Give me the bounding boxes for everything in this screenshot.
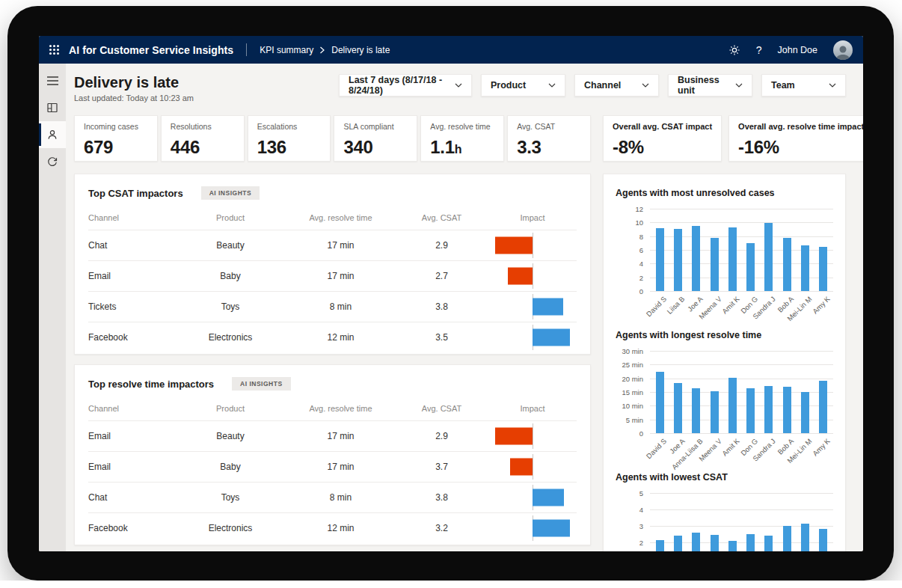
user-name[interactable]: John Doe bbox=[777, 45, 817, 55]
filter-bar: Last 7 days (8/17/18 - 8/24/18) Product … bbox=[339, 74, 846, 97]
app-window: AI for Customer Service Insights KPI sum… bbox=[39, 36, 863, 551]
channel-dropdown[interactable]: Channel bbox=[574, 74, 659, 97]
positive-impact-bar bbox=[533, 329, 570, 346]
y-tick-label: 3 bbox=[639, 522, 643, 530]
kpi-incoming-cases[interactable]: Incoming cases 679 bbox=[74, 115, 158, 162]
table-row[interactable]: ChatToys8 min3.8 bbox=[88, 482, 577, 512]
kpi-overall-resolve-time-impact[interactable]: Overall avg. resolve time impact -16% bbox=[728, 115, 863, 162]
negative-impact-bar bbox=[508, 268, 533, 285]
plot-area bbox=[650, 493, 833, 551]
table-header: Channel Product Avg. resolve time Avg. C… bbox=[88, 206, 577, 230]
team-dropdown[interactable]: Team bbox=[761, 74, 846, 97]
avatar[interactable] bbox=[833, 40, 853, 60]
help-icon[interactable]: ? bbox=[756, 44, 762, 56]
chart-bar bbox=[656, 540, 664, 551]
chart-bar bbox=[656, 228, 664, 291]
y-axis-ticks: 30 min25 min20 min15 min10 min5 min0 bbox=[616, 351, 650, 433]
y-tick-label: 12 bbox=[635, 205, 643, 213]
y-tick-label: 2 bbox=[639, 273, 643, 281]
kpi-avg-resolve-time[interactable]: Avg. resolve time 1.1h bbox=[420, 115, 504, 162]
chevron-down-icon bbox=[829, 83, 836, 88]
chart-bar bbox=[674, 536, 682, 551]
cell-channel: Tickets bbox=[88, 301, 174, 312]
chart-bar bbox=[656, 372, 664, 434]
date-range-label: Last 7 days (8/17/18 - 8/24/18) bbox=[349, 75, 449, 96]
kpi-avg-csat[interactable]: Avg. CSAT 3.3 bbox=[507, 115, 591, 162]
product-dropdown[interactable]: Product bbox=[481, 74, 565, 97]
table-row[interactable]: FacebookElectronics12 min3.5 bbox=[88, 322, 577, 352]
kpi-overall-csat-impact[interactable]: Overall avg. CSAT impact -8% bbox=[603, 115, 722, 162]
kpi-label: Avg. resolve time bbox=[430, 122, 494, 131]
impact-bar-cell bbox=[488, 483, 577, 512]
table-row[interactable]: EmailBeauty17 min2.9 bbox=[88, 420, 577, 451]
positive-impact-bar bbox=[533, 298, 563, 316]
plot-area bbox=[650, 351, 833, 433]
breadcrumb-delivery-is-late[interactable]: Delivery is late bbox=[331, 45, 390, 55]
x-tick-label: Amy K bbox=[812, 437, 832, 458]
chart-bar bbox=[674, 229, 682, 291]
cell-resolve-time: 8 min bbox=[286, 301, 395, 312]
kpi-escalations[interactable]: Escalations 136 bbox=[248, 115, 331, 162]
x-tick-label: David S bbox=[645, 437, 668, 460]
cell-product: Toys bbox=[174, 301, 286, 312]
main-content: Delivery is late Last updated: Today at … bbox=[66, 64, 863, 551]
x-tick-label: Amit K bbox=[720, 295, 741, 316]
chart-lowest-csat: Agents with lowest CSAT 543210David SLii… bbox=[616, 472, 833, 551]
date-range-dropdown[interactable]: Last 7 days (8/17/18 - 8/24/18) bbox=[339, 74, 472, 97]
kpi-label: Escalations bbox=[257, 122, 322, 131]
y-tick-label: 10 min bbox=[622, 402, 643, 410]
cell-channel: Email bbox=[88, 271, 174, 281]
chart-bar bbox=[692, 388, 700, 434]
impact-bar-cell bbox=[488, 513, 577, 543]
impact-bar-cell bbox=[488, 452, 577, 482]
cell-resolve-time: 17 min bbox=[286, 431, 395, 441]
y-tick-label: 10 bbox=[635, 218, 643, 227]
cell-product: Beauty bbox=[174, 240, 286, 251]
agent-charts-panel: Agents with most unresolved cases 121086… bbox=[603, 174, 846, 551]
waffle-icon[interactable] bbox=[39, 36, 69, 64]
cell-resolve-time: 8 min bbox=[286, 492, 395, 503]
x-tick-label: Liisa B bbox=[666, 295, 687, 316]
cell-product: Toys bbox=[174, 492, 286, 503]
business-unit-dropdown[interactable]: Business unit bbox=[668, 74, 752, 97]
x-tick-label: Amy K bbox=[812, 295, 832, 316]
x-tick-label: David S bbox=[645, 295, 668, 318]
breadcrumb-kpi-summary[interactable]: KPI summary bbox=[260, 45, 313, 55]
col-csat: Avg. CSAT bbox=[395, 213, 488, 222]
kpi-resolutions[interactable]: Resolutions 446 bbox=[161, 115, 245, 162]
y-tick-label: 0 bbox=[639, 429, 643, 438]
chart-bar bbox=[801, 524, 809, 551]
cell-product: Baby bbox=[174, 462, 286, 472]
gear-icon[interactable] bbox=[728, 44, 740, 56]
dashboard-icon[interactable] bbox=[39, 94, 66, 121]
table-row[interactable]: FacebookElectronics12 min3.2 bbox=[88, 512, 577, 543]
agents-icon[interactable] bbox=[39, 121, 66, 148]
kpi-sla-compliant[interactable]: SLA compliant 340 bbox=[334, 115, 417, 162]
y-tick-label: 4 bbox=[639, 506, 643, 514]
cell-csat: 3.2 bbox=[395, 523, 488, 533]
x-axis-labels: David SLiisa BJoe AMeena VAmit KDon GSan… bbox=[650, 291, 833, 325]
chart-bar bbox=[783, 238, 791, 292]
cell-product: Electronics bbox=[174, 332, 286, 343]
chart-bar bbox=[764, 386, 773, 433]
kpi-label: SLA compliant bbox=[343, 122, 408, 131]
chevron-down-icon bbox=[642, 83, 649, 88]
refresh-icon[interactable] bbox=[39, 148, 66, 175]
cell-resolve-time: 12 min bbox=[286, 332, 395, 343]
chevron-down-icon bbox=[548, 83, 556, 88]
top-resolve-time-impactors-panel: Top resolve time impactors AI INSIGHTS C… bbox=[74, 364, 591, 545]
table-row[interactable]: ChatBeauty17 min2.9 bbox=[88, 230, 577, 260]
nav-divider bbox=[246, 43, 247, 56]
table-row[interactable]: TicketsToys8 min3.8 bbox=[88, 291, 577, 322]
cell-channel: Email bbox=[88, 431, 174, 441]
chevron-down-icon bbox=[455, 83, 462, 88]
cell-channel: Chat bbox=[88, 240, 174, 251]
impact-bar-cell bbox=[488, 292, 577, 322]
table-row[interactable]: EmailBaby17 min2.7 bbox=[88, 260, 577, 291]
hamburger-icon[interactable] bbox=[39, 67, 66, 94]
y-tick-label: 25 min bbox=[622, 361, 643, 369]
chart-bar bbox=[819, 529, 827, 551]
ai-insights-badge: AI INSIGHTS bbox=[201, 186, 260, 200]
kpi-value: -8% bbox=[613, 137, 712, 158]
table-row[interactable]: EmailBaby17 min3.7 bbox=[88, 451, 577, 482]
